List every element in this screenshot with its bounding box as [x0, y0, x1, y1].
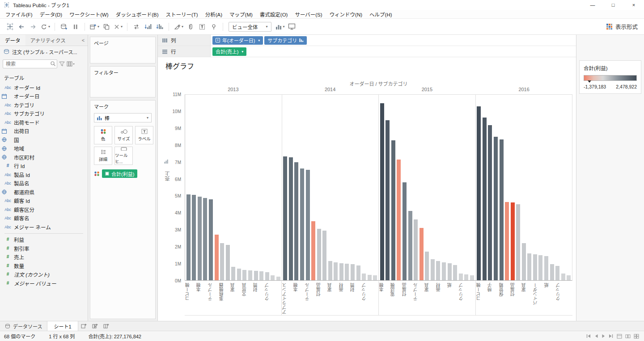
bar-mark[interactable] — [265, 272, 269, 280]
bar-mark[interactable] — [209, 199, 213, 280]
search-input[interactable] — [3, 59, 57, 68]
new-story-tab-button[interactable] — [101, 321, 112, 331]
year-header[interactable]: 2013 — [185, 87, 282, 92]
new-worksheet-button[interactable]: ▾ — [89, 21, 100, 33]
new-data-source-button[interactable] — [59, 21, 69, 33]
x-axis-label[interactable]: テーブル — [413, 283, 418, 301]
field-item[interactable]: 出荷日 — [0, 127, 88, 136]
bar-mark[interactable] — [448, 263, 452, 280]
rows-shelf[interactable]: 行 合計(売上) ▾ — [158, 46, 576, 57]
highlight-button[interactable]: ▾ — [173, 21, 184, 33]
menu-item[interactable]: ストーリー(T) — [162, 10, 202, 19]
bar-mark[interactable] — [555, 266, 559, 280]
bar-mark[interactable] — [237, 269, 241, 280]
fix-axes-button[interactable] — [208, 21, 219, 33]
field-item[interactable]: オーダー日 — [0, 92, 88, 101]
bar-mark[interactable] — [442, 262, 446, 280]
field-item[interactable]: Abc出荷モード — [0, 118, 88, 127]
bar-mark[interactable] — [283, 156, 287, 280]
field-item[interactable]: 地域 — [0, 144, 88, 153]
color-legend-card[interactable]: 合計(利益) -1,379,183 2,478,922 — [579, 60, 641, 94]
sum-sales-pill[interactable]: 合計(売上) ▾ — [212, 47, 246, 56]
menu-item[interactable]: 書式設定(O) — [256, 10, 292, 19]
bar-mark[interactable] — [322, 231, 326, 280]
x-axis-label[interactable]: 家具 — [521, 283, 526, 292]
bar-mark[interactable] — [339, 263, 343, 280]
field-item[interactable]: Abcメジャー ネーム — [0, 223, 88, 232]
detail-button[interactable]: 詳細 — [94, 147, 112, 165]
bar-mark[interactable] — [294, 162, 298, 280]
year-order-date-pill[interactable]: + 年(オーダー日) ▾ — [212, 36, 263, 45]
x-axis-label[interactable]: 付属品 — [510, 283, 515, 296]
y-axis-title[interactable]: 売上 — [164, 171, 171, 181]
bar-mark[interactable] — [516, 204, 520, 280]
bar-mark[interactable] — [362, 274, 366, 280]
bar-mark[interactable] — [453, 265, 457, 280]
x-axis-label[interactable]: 保管箱 — [499, 283, 504, 296]
menu-item[interactable]: サーバー(S) — [291, 10, 326, 19]
x-axis-label[interactable]: コピー機 — [185, 283, 190, 301]
field-item[interactable]: Abc顧客区分 — [0, 205, 88, 214]
bar-mark[interactable] — [203, 198, 207, 280]
expand-hierarchy-icon[interactable]: + — [216, 38, 220, 42]
mark-type-dropdown[interactable]: 棒 ▾ — [94, 113, 152, 122]
bar-mark[interactable] — [470, 275, 474, 280]
bar-mark[interactable] — [477, 106, 481, 280]
x-axis-label[interactable]: クリップ — [265, 283, 270, 301]
menu-item[interactable]: データ(D) — [36, 10, 66, 19]
sort-descending-button[interactable] — [154, 21, 165, 33]
column-field-header[interactable]: オーダー日 / サブカテゴリ — [185, 80, 572, 87]
swap-rows-columns-button[interactable] — [131, 21, 142, 33]
bar-mark[interactable] — [368, 275, 372, 280]
year-header[interactable]: 2014 — [282, 87, 379, 92]
bar-mark[interactable] — [500, 139, 504, 280]
field-item[interactable]: #行 Id — [0, 162, 88, 171]
bar-mark[interactable] — [459, 274, 463, 280]
bar-mark[interactable] — [192, 195, 196, 280]
year-header[interactable]: 2015 — [379, 87, 476, 92]
sort-ascending-button[interactable] — [143, 21, 153, 33]
bar-mark[interactable] — [538, 255, 542, 280]
axis-sort-icon[interactable] — [164, 159, 169, 164]
field-item[interactable]: #メジャー バリュー — [0, 279, 88, 288]
view-options-icon[interactable] — [67, 61, 75, 67]
redo-button[interactable] — [28, 21, 38, 33]
field-item[interactable]: Abcサブカテゴリ — [0, 109, 88, 118]
x-axis-label[interactable]: テーブル — [208, 283, 213, 301]
field-item[interactable]: Abcオーダー Id — [0, 83, 88, 92]
x-axis-label[interactable]: 家具 — [230, 283, 235, 292]
size-button[interactable]: サイズ — [114, 126, 133, 144]
show-mark-labels-button[interactable] — [197, 21, 208, 33]
pages-card[interactable]: ページ — [90, 37, 156, 63]
profit-color-pill[interactable]: 合計(利益) — [102, 169, 137, 178]
duplicate-sheet-button[interactable] — [101, 21, 112, 33]
bar-mark[interactable] — [242, 270, 246, 280]
x-axis-label[interactable]: 家具 — [327, 283, 332, 292]
bar-mark[interactable] — [414, 219, 418, 280]
field-item[interactable]: Abc製品 Id — [0, 170, 88, 179]
bar-mark[interactable] — [464, 274, 468, 280]
tab-data[interactable]: データ — [0, 35, 25, 46]
menu-item[interactable]: ファイル(F) — [2, 10, 36, 19]
bar-mark[interactable] — [276, 277, 280, 280]
bar-mark[interactable] — [248, 270, 252, 280]
presentation-mode-button[interactable] — [287, 21, 297, 33]
bar-mark[interactable] — [300, 168, 304, 280]
x-axis-label[interactable]: 電話機 — [390, 283, 395, 296]
bar-mark[interactable] — [220, 243, 224, 280]
new-worksheet-tab-button[interactable] — [78, 321, 89, 331]
bar-mark[interactable] — [402, 182, 407, 280]
filter-fields-icon[interactable] — [59, 61, 65, 67]
field-item[interactable]: #注文 (カウント) — [0, 270, 88, 279]
x-axis-label[interactable]: 本棚 — [293, 283, 298, 292]
menu-item[interactable]: ウィンドウ(N) — [326, 10, 366, 19]
bar-mark[interactable] — [289, 157, 293, 280]
show-tabs-icon[interactable] — [617, 334, 622, 339]
bar-mark[interactable] — [311, 221, 315, 280]
clear-sheet-button[interactable]: ▾ — [113, 21, 123, 33]
field-item[interactable]: 国 — [0, 135, 88, 144]
bar-mark[interactable] — [198, 197, 202, 280]
x-axis-label[interactable]: クリップ — [556, 283, 561, 301]
x-axis-label[interactable]: 画材 — [339, 283, 344, 292]
bar-mark[interactable] — [522, 243, 526, 280]
